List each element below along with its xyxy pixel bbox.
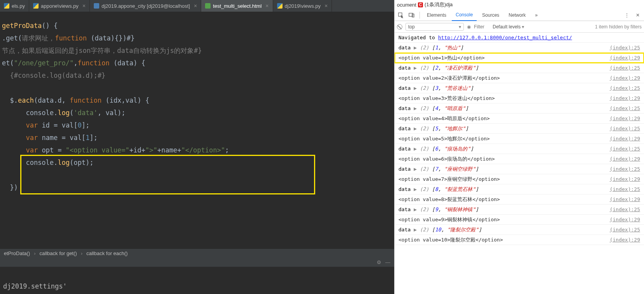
console-row: data ▶ (2) [3, "荒谷迷山"](index):25 [395, 83, 644, 93]
status-gear-bar: ⚙ — [0, 258, 394, 267]
source-link[interactable]: (index):29 [606, 114, 640, 123]
py-icon [4, 3, 9, 9]
log-levels[interactable]: Default levels [493, 24, 524, 30]
minimize-icon[interactable]: — [385, 259, 390, 265]
py-icon [277, 3, 283, 9]
console-row: data ▶ (2) [1, "热山"](index):25 [395, 43, 644, 53]
source-link[interactable]: (index):29 [606, 215, 640, 224]
tab-label: dj2019.appone_city [dj2019@localhost] [102, 3, 190, 9]
console-row: Navigated to http://127.0.0.1:8000/one/t… [395, 33, 644, 43]
console-row: data ▶ (2) [6, "痕场岛的"](index):25 [395, 144, 644, 154]
db-icon [94, 3, 99, 9]
console-row: data ▶ (2) [9, "铜裂林神镇"](index):25 [395, 205, 644, 215]
source-link[interactable]: (index):25 [606, 43, 640, 52]
nav-url[interactable]: http://127.0.0.1:8000/one/test_multi_sel… [438, 35, 572, 40]
source-link[interactable]: (index):25 [606, 225, 640, 234]
source-link[interactable]: (index):29 [606, 235, 640, 245]
context-select[interactable]: top [405, 23, 464, 31]
console-row: <option value=3>荒谷迷山</option>(index):29 [395, 93, 644, 103]
devtools-tabs: Elements Console Sources Network » ⋮ ✕ [395, 9, 644, 21]
hidden-count: 1 item hidden by filters [595, 24, 642, 30]
console-filter-bar: top ◉ Default levels 1 item hidden by fi… [395, 21, 644, 33]
csdn-icon: C [418, 2, 423, 7]
editor-tab[interactable]: els.py [0, 0, 29, 12]
browser-titlebar: ocument C (1条消息)dja [395, 0, 644, 9]
close-icon[interactable]: × [265, 3, 268, 9]
source-link[interactable]: (index):25 [606, 103, 640, 113]
source-link[interactable]: (index):25 [606, 205, 640, 214]
tab-sources[interactable]: Sources [478, 9, 503, 21]
source-link[interactable]: (index):29 [606, 93, 640, 103]
console-row: <option value=1>热山</option>(index):29 [395, 53, 644, 63]
editor-tab[interactable]: dj2019\views.py× [273, 0, 332, 12]
source-link[interactable]: (index):29 [606, 73, 640, 83]
clear-console-icon[interactable] [397, 24, 402, 30]
tab-console[interactable]: Console [452, 9, 477, 21]
console-row: data ▶ (2) [4, "哨原盾"](index):25 [395, 103, 644, 114]
console-row: <option value=2>凄石炉潭殿</option>(index):29 [395, 73, 644, 83]
source-link[interactable]: (index):25 [606, 164, 640, 174]
source-link[interactable]: (index):25 [606, 124, 640, 133]
close-icon[interactable]: × [325, 3, 328, 9]
tab-more[interactable]: » [531, 9, 542, 21]
inspect-icon[interactable] [396, 10, 405, 20]
source-link[interactable]: (index):29 [606, 134, 640, 144]
source-link[interactable]: (index):29 [606, 154, 640, 164]
devtools-pane: ocument C (1条消息)dja Elements Console Sou… [394, 0, 644, 294]
gear-icon[interactable]: ⚙ [377, 259, 381, 265]
console-row: <option value=4>哨原盾</option>(index):29 [395, 114, 644, 124]
fn-name: getProData [2, 22, 42, 30]
source-link[interactable]: (index):25 [606, 63, 640, 73]
tab-label: test_multi_select.html [213, 3, 261, 9]
editor-tab[interactable]: dj2019.appone_city [dj2019@localhost]× [90, 0, 201, 12]
tab-elements[interactable]: Elements [423, 9, 450, 21]
source-link[interactable]: (index):29 [606, 194, 640, 204]
device-icon[interactable] [407, 10, 416, 20]
source-link[interactable]: (index):25 [606, 184, 640, 194]
console-row: <option value=9>铜裂林神镇</option>(index):29 [395, 215, 644, 225]
source-link[interactable]: (index):25 [606, 83, 640, 93]
close-icon[interactable]: ✕ [633, 10, 642, 20]
close-icon[interactable]: × [82, 3, 86, 9]
console-row: data ▶ (2) [8, "裂蓝荒石林"](index):25 [395, 184, 644, 194]
source-link[interactable]: (index):25 [606, 144, 640, 154]
terminal-output: dj2019.settings' [0, 278, 394, 294]
tab-network[interactable]: Network [505, 9, 530, 21]
console-row: data ▶ (2) [10, "隆裂尔空殿"](index):25 [395, 225, 644, 235]
tab-label: els.py [12, 3, 25, 9]
console-row: data ▶ (2) [5, "地辉尔"](index):25 [395, 124, 644, 134]
console-row: data ▶ (2) [2, "凄石炉潭殿"](index):25 [395, 63, 644, 73]
code-editor[interactable]: getProData() { .get(请求网址，function (data)… [0, 12, 394, 249]
html-icon [205, 3, 211, 9]
tab-label: appone\views.py [41, 3, 79, 9]
editor-tabs: els.pyappone\views.py×dj2019.appone_city… [0, 0, 394, 12]
ide-pane: els.pyappone\views.py×dj2019.appone_city… [0, 0, 394, 294]
console-row: data ▶ (2) [7, "座铜空绿野"](index):25 [395, 164, 644, 174]
console-row: <option value=7>座铜空绿野</option>(index):29 [395, 174, 644, 184]
console-row: <option value=6>痕场岛的</option>(index):29 [395, 154, 644, 164]
source-link[interactable]: (index):29 [606, 174, 640, 184]
editor-tab[interactable]: test_multi_select.html× [201, 0, 273, 12]
crumb[interactable]: etProData() [4, 250, 30, 256]
crumb[interactable]: callback for get() [40, 250, 77, 256]
close-icon[interactable]: × [194, 3, 197, 9]
source-link[interactable]: (index):29 [606, 53, 640, 63]
filter-input[interactable] [474, 24, 490, 30]
crumb[interactable]: callback for each() [86, 250, 128, 256]
console-row: <option value=8>裂蓝荒石林</option>(index):29 [395, 194, 644, 205]
kebab-icon[interactable]: ⋮ [622, 10, 632, 20]
breadcrumb: etProData() callback for get() callback … [0, 249, 394, 258]
tab-label: dj2019\views.py [285, 3, 321, 9]
console-row: <option value=10>隆裂尔空殿</option>(index):2… [395, 235, 644, 245]
console-row: <option value=5>地辉尔</option>(index):29 [395, 134, 644, 144]
editor-tab[interactable]: appone\views.py× [29, 0, 90, 12]
console-output[interactable]: Navigated to http://127.0.0.1:8000/one/t… [395, 33, 644, 294]
py-icon [33, 3, 39, 9]
